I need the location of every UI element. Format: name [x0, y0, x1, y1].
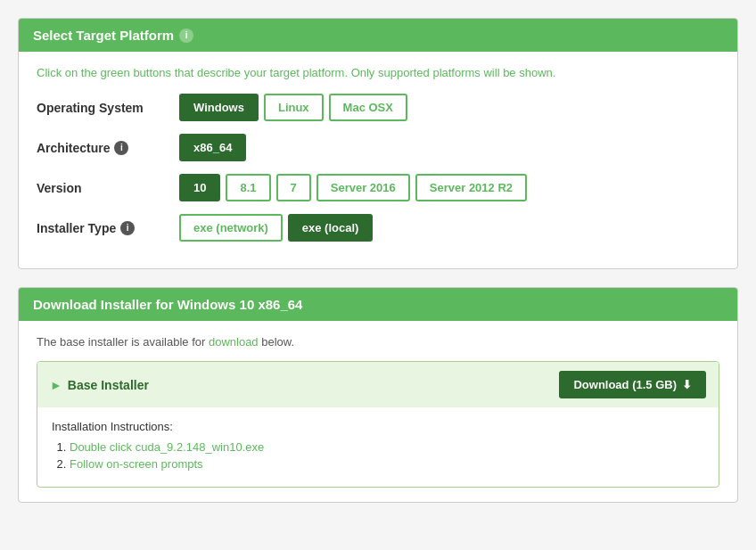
installer-title: ► Base Installer: [50, 378, 149, 392]
version-label: Version: [37, 181, 179, 195]
download-instruction-prefix: The base installer is available for: [37, 335, 209, 349]
installer-box: ► Base Installer Download (1.5 GB) Insta…: [37, 361, 719, 488]
arch-btn-x86_64[interactable]: x86_64: [179, 134, 246, 161]
architecture-row: Architecture i x86_64: [37, 134, 719, 161]
select-platform-body: Click on the green buttons that describe…: [19, 52, 737, 268]
operating-system-row: Operating System Windows Linux Mac OSX: [37, 94, 719, 121]
version-row: Version 10 8.1 7 Server 2016 Server 2012…: [37, 174, 719, 201]
download-body: The base installer is available for down…: [19, 321, 737, 502]
version-btn-server2012r2[interactable]: Server 2012 R2: [415, 174, 527, 201]
installer-title-text: Base Installer: [68, 378, 149, 392]
select-platform-info-icon[interactable]: i: [179, 29, 193, 43]
installer-type-btn-local[interactable]: exe (local): [288, 214, 374, 242]
download-instruction-suffix: below.: [259, 335, 294, 349]
os-btn-macosx[interactable]: Mac OSX: [329, 94, 407, 121]
select-platform-header: Select Target Platform i: [19, 19, 737, 52]
version-btn-group: 10 8.1 7 Server 2016 Server 2012 R2: [179, 174, 527, 201]
install-step-2-link[interactable]: Follow on-screen prompts: [70, 457, 203, 471]
download-btn-label: Download (1.5 GB): [573, 378, 677, 391]
install-step-1-link[interactable]: Double click cuda_9.2.148_win10.exe: [70, 440, 264, 454]
select-platform-card: Select Target Platform i Click on the gr…: [18, 18, 738, 269]
version-btn-10[interactable]: 10: [179, 174, 220, 201]
download-instruction: The base installer is available for down…: [37, 335, 719, 349]
os-btn-windows[interactable]: Windows: [179, 94, 259, 121]
install-steps-list: Double click cuda_9.2.148_win10.exe Foll…: [52, 440, 704, 471]
install-instructions-title: Installation Instructions:: [52, 420, 704, 433]
os-btn-linux[interactable]: Linux: [264, 94, 324, 121]
installer-type-btn-group: exe (network) exe (local): [179, 214, 373, 242]
install-step-2: Follow on-screen prompts: [70, 457, 704, 471]
download-title: Download Installer for Windows 10 x86_64: [33, 297, 302, 312]
installer-content: Installation Instructions: Double click …: [37, 407, 719, 487]
installer-type-row: Installer Type i exe (network) exe (loca…: [37, 214, 719, 242]
instruction-text: Click on the green buttons that describe…: [37, 66, 719, 79]
os-label: Operating System: [37, 101, 179, 115]
os-btn-group: Windows Linux Mac OSX: [179, 94, 407, 121]
architecture-label: Architecture i: [37, 141, 179, 155]
version-btn-81[interactable]: 8.1: [226, 174, 270, 201]
download-button[interactable]: Download (1.5 GB): [559, 371, 706, 398]
download-header: Download Installer for Windows 10 x86_64: [19, 288, 737, 321]
installer-type-btn-network[interactable]: exe (network): [179, 214, 283, 242]
download-link[interactable]: download: [209, 335, 259, 349]
chevron-right-icon: ►: [50, 378, 62, 392]
version-btn-7[interactable]: 7: [276, 174, 311, 201]
install-step-1: Double click cuda_9.2.148_win10.exe: [70, 440, 704, 454]
installer-header: ► Base Installer Download (1.5 GB): [37, 362, 719, 407]
version-btn-server2016[interactable]: Server 2016: [316, 174, 410, 201]
download-installer-card: Download Installer for Windows 10 x86_64…: [18, 287, 738, 503]
installer-type-info-icon[interactable]: i: [120, 221, 135, 235]
download-icon: [682, 378, 692, 391]
installer-type-label: Installer Type i: [37, 221, 179, 235]
architecture-btn-group: x86_64: [179, 134, 246, 161]
select-platform-title: Select Target Platform: [33, 28, 174, 43]
architecture-info-icon[interactable]: i: [114, 141, 128, 155]
